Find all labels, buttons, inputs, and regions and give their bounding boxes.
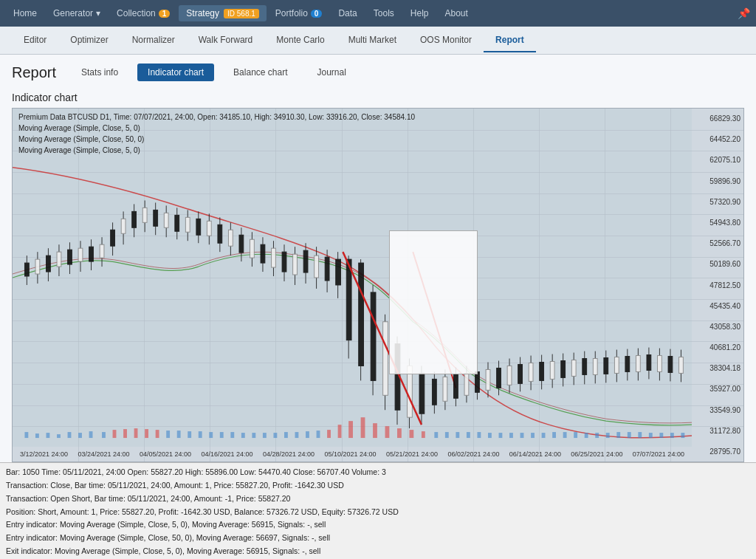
subtab-balancechart[interactable]: Balance chart bbox=[223, 64, 298, 81]
y-label-2: 62075.10 bbox=[695, 156, 740, 164]
svg-rect-148 bbox=[284, 432, 288, 438]
y-label-9: 45435.40 bbox=[695, 302, 740, 310]
svg-rect-132 bbox=[113, 430, 117, 438]
tab-oosmonitor[interactable]: OOS Monitor bbox=[408, 29, 484, 52]
svg-rect-79 bbox=[443, 377, 447, 401]
svg-rect-83 bbox=[464, 373, 469, 395]
page-content: Report Stats info Indicator chart Balanc… bbox=[0, 55, 756, 462]
svg-rect-63 bbox=[359, 263, 364, 366]
strategy-id-badge: ID 568.1 bbox=[224, 9, 259, 18]
svg-rect-126 bbox=[47, 433, 50, 438]
svg-rect-175 bbox=[585, 433, 588, 438]
subtab-statsinfo[interactable]: Stats info bbox=[71, 64, 128, 81]
svg-rect-158 bbox=[397, 428, 402, 438]
nav-about[interactable]: About bbox=[437, 5, 475, 21]
svg-rect-164 bbox=[467, 432, 470, 438]
svg-rect-119 bbox=[658, 356, 662, 372]
svg-rect-33 bbox=[196, 219, 201, 235]
nav-home[interactable]: Home bbox=[6, 5, 44, 21]
svg-rect-31 bbox=[185, 217, 190, 232]
x-label-0: 3/12/2021 24:00 bbox=[20, 450, 68, 458]
svg-rect-149 bbox=[295, 432, 299, 438]
tab-report[interactable]: Report bbox=[484, 29, 536, 52]
x-label-1: 03/24/2021 24:00 bbox=[78, 450, 129, 458]
svg-rect-178 bbox=[616, 432, 620, 438]
tab-editor[interactable]: Editor bbox=[12, 29, 58, 52]
svg-rect-37 bbox=[218, 224, 222, 243]
svg-rect-35 bbox=[207, 221, 211, 236]
y-label-13: 35927.00 bbox=[695, 385, 740, 393]
svg-rect-161 bbox=[434, 432, 438, 438]
chart-info: Premium Data BTCUSD D1, Time: 07/07/2021… bbox=[18, 112, 415, 156]
nav-tools[interactable]: Tools bbox=[366, 5, 402, 21]
y-label-11: 40681.20 bbox=[695, 343, 740, 351]
svg-rect-146 bbox=[263, 433, 267, 438]
svg-rect-73 bbox=[419, 373, 425, 414]
subtab-journal[interactable]: Journal bbox=[307, 64, 357, 81]
nav-collection[interactable]: Collection 1 bbox=[109, 5, 177, 21]
svg-rect-125 bbox=[35, 433, 39, 438]
svg-rect-134 bbox=[134, 428, 138, 438]
chart-section: Indicator chart bbox=[12, 89, 744, 462]
svg-rect-59 bbox=[336, 259, 341, 285]
x-label-9: 06/25/2021 24:00 bbox=[571, 450, 622, 458]
svg-rect-135 bbox=[145, 429, 148, 438]
subtab-indicatorchart[interactable]: Indicator chart bbox=[137, 64, 214, 81]
chart-info-line-4: Moving Average (Simple, Close, 5, 0) bbox=[18, 145, 415, 156]
y-label-10: 43058.30 bbox=[695, 323, 740, 331]
tab-walkforward[interactable]: Walk Forward bbox=[187, 29, 265, 52]
svg-rect-181 bbox=[649, 433, 653, 438]
svg-rect-163 bbox=[456, 432, 459, 438]
svg-rect-49 bbox=[282, 252, 286, 272]
svg-rect-143 bbox=[230, 432, 234, 438]
svg-rect-159 bbox=[409, 430, 413, 438]
tab-normalizer[interactable]: Normalizer bbox=[120, 29, 187, 52]
bottom-info-line-3: Position: Short, Amount: 1, Price: 55827… bbox=[6, 506, 750, 519]
top-navigation: Home Generator ▾ Collection 1 Strategy I… bbox=[0, 0, 756, 27]
svg-rect-139 bbox=[188, 431, 191, 438]
nav-help[interactable]: Help bbox=[403, 5, 436, 21]
chart-svg bbox=[13, 109, 692, 447]
svg-rect-171 bbox=[542, 433, 546, 438]
chart-info-line-1: Premium Data BTCUSD D1, Time: 07/07/2021… bbox=[18, 112, 415, 123]
svg-rect-97 bbox=[540, 363, 544, 381]
y-label-7: 50189.60 bbox=[695, 260, 740, 268]
second-navigation: Editor Optimizer Normalizer Walk Forward… bbox=[0, 27, 756, 55]
svg-rect-61 bbox=[346, 259, 351, 340]
x-label-6: 05/21/2021 24:00 bbox=[386, 450, 438, 458]
chart-container[interactable]: Premium Data BTCUSD D1, Time: 07/07/2021… bbox=[12, 108, 744, 462]
svg-rect-21 bbox=[132, 211, 137, 227]
svg-rect-127 bbox=[57, 434, 61, 438]
tab-multimarket[interactable]: Multi Market bbox=[337, 29, 408, 52]
nav-generator[interactable]: Generator ▾ bbox=[46, 5, 108, 21]
svg-rect-13 bbox=[89, 247, 94, 261]
svg-rect-103 bbox=[571, 360, 576, 377]
nav-strategy[interactable]: Strategy ID 568.1 bbox=[179, 5, 267, 21]
tab-optimizer[interactable]: Optimizer bbox=[58, 29, 120, 52]
svg-rect-101 bbox=[561, 361, 566, 378]
svg-rect-89 bbox=[497, 368, 501, 388]
svg-rect-113 bbox=[625, 357, 630, 372]
svg-rect-115 bbox=[636, 356, 640, 372]
y-label-16: 28795.70 bbox=[695, 447, 740, 456]
chart-info-line-2: Moving Average (Simple, Close, 5, 0) bbox=[18, 123, 415, 134]
svg-rect-51 bbox=[293, 254, 298, 275]
svg-rect-155 bbox=[361, 417, 365, 438]
svg-rect-27 bbox=[164, 213, 168, 227]
portfolio-badge: 0 bbox=[311, 10, 323, 18]
tab-montecarlo[interactable]: Monte Carlo bbox=[264, 29, 336, 52]
svg-rect-180 bbox=[638, 432, 642, 438]
x-label-3: 04/16/2021 24:00 bbox=[201, 450, 252, 458]
svg-rect-136 bbox=[156, 430, 159, 438]
svg-rect-15 bbox=[100, 244, 104, 258]
svg-rect-160 bbox=[422, 431, 425, 438]
nav-portfolio[interactable]: Portfolio 0 bbox=[268, 5, 330, 21]
pin-icon[interactable]: 📌 bbox=[738, 7, 750, 19]
svg-rect-45 bbox=[261, 244, 265, 263]
bottom-info-line-5: Entry indicator: Moving Average (Simple,… bbox=[6, 532, 750, 545]
svg-rect-95 bbox=[529, 363, 533, 381]
svg-rect-167 bbox=[499, 433, 503, 438]
bottom-info-line-6: Exit indicator: Moving Average (Simple, … bbox=[6, 545, 750, 558]
svg-rect-170 bbox=[531, 433, 535, 438]
nav-data[interactable]: Data bbox=[331, 5, 364, 21]
